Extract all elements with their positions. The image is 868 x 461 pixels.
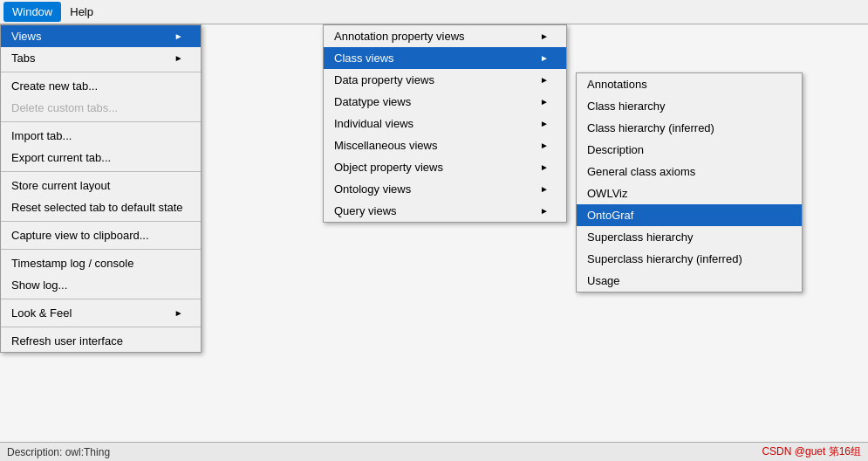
menu-item-description[interactable]: Description bbox=[577, 139, 802, 161]
separator bbox=[1, 299, 201, 299]
menu-item-export-tab[interactable]: Export current tab... bbox=[1, 147, 201, 169]
menu-item-superclass-hierarchy-inferred[interactable]: Superclass hierarchy (inferred) bbox=[577, 248, 802, 270]
menu-item-object-prop-views[interactable]: Object property views ► bbox=[324, 156, 566, 178]
menu-item-general-class-axioms[interactable]: General class axioms bbox=[577, 161, 802, 182]
menu-item-views[interactable]: Views ► bbox=[1, 25, 201, 47]
menu-item-data-prop-views[interactable]: Data property views ► bbox=[324, 69, 566, 91]
arrow-icon: ► bbox=[540, 119, 549, 128]
separator bbox=[1, 171, 201, 172]
menubar-window[interactable]: Window bbox=[3, 2, 61, 22]
menu-item-class-hierarchy[interactable]: Class hierarchy bbox=[577, 95, 802, 117]
separator bbox=[1, 72, 201, 72]
status-bar: Description: owl:Thing CSDN @guet 第16组 bbox=[0, 442, 868, 461]
arrow-icon: ► bbox=[540, 97, 549, 107]
status-left: Description: owl:Thing bbox=[7, 446, 110, 458]
menu-item-create-new-tab[interactable]: Create new tab... bbox=[1, 75, 201, 97]
menu-item-query-views[interactable]: Query views ► bbox=[324, 200, 566, 222]
arrow-icon: ► bbox=[174, 53, 183, 63]
menubar-help[interactable]: Help bbox=[61, 2, 102, 22]
menu-l1: Views ► Tabs ► Create new tab... Delete … bbox=[0, 24, 202, 353]
menu-item-superclass-hierarchy[interactable]: Superclass hierarchy bbox=[577, 226, 802, 248]
arrow-icon: ► bbox=[540, 206, 549, 216]
menu-item-store-layout[interactable]: Store current layout bbox=[1, 175, 201, 196]
menubar: Window Help bbox=[0, 0, 868, 24]
menu-item-show-log[interactable]: Show log... bbox=[1, 274, 201, 296]
menu-item-owlviz[interactable]: OWLViz bbox=[577, 182, 802, 204]
menu-item-timestamp-log[interactable]: Timestamp log / console bbox=[1, 252, 201, 274]
menu-item-tabs[interactable]: Tabs ► bbox=[1, 47, 201, 69]
menu-item-class-hierarchy-inferred[interactable]: Class hierarchy (inferred) bbox=[577, 117, 802, 139]
menu-item-delete-custom-tabs: Delete custom tabs... bbox=[1, 97, 201, 119]
separator bbox=[1, 327, 201, 327]
menu-item-ontology-views[interactable]: Ontology views ► bbox=[324, 178, 566, 200]
menu-item-look-feel[interactable]: Look & Feel ► bbox=[1, 302, 201, 324]
separator bbox=[1, 121, 201, 122]
arrow-icon: ► bbox=[540, 162, 549, 172]
arrow-icon: ► bbox=[540, 31, 549, 41]
menu-item-annotation-prop-views[interactable]: Annotation property views ► bbox=[324, 25, 566, 47]
menu-item-reset-tab[interactable]: Reset selected tab to default state bbox=[1, 196, 201, 218]
menu-l3: Annotations Class hierarchy Class hierar… bbox=[576, 72, 803, 292]
menu-item-annotations[interactable]: Annotations bbox=[577, 73, 802, 95]
content-area: Views ► Tabs ► Create new tab... Delete … bbox=[0, 24, 868, 461]
menu-item-misc-views[interactable]: Miscellaneous views ► bbox=[324, 134, 566, 156]
arrow-icon: ► bbox=[540, 53, 549, 63]
separator bbox=[1, 249, 201, 250]
menu-item-datatype-views[interactable]: Datatype views ► bbox=[324, 91, 566, 113]
separator bbox=[1, 221, 201, 222]
menu-l2: Annotation property views ► Class views … bbox=[323, 24, 567, 223]
menu-item-ontograf[interactable]: OntoGraf bbox=[577, 204, 802, 226]
arrow-icon: ► bbox=[540, 141, 549, 150]
menu-item-class-views[interactable]: Class views ► bbox=[324, 47, 566, 69]
menu-item-refresh-ui[interactable]: Refresh user interface bbox=[1, 330, 201, 352]
arrow-icon: ► bbox=[540, 75, 549, 85]
status-right: CSDN @guet 第16组 bbox=[762, 444, 861, 459]
menu-item-usage[interactable]: Usage bbox=[577, 270, 802, 292]
menu-item-import-tab[interactable]: Import tab... bbox=[1, 125, 201, 147]
arrow-icon: ► bbox=[540, 184, 549, 194]
arrow-icon: ► bbox=[174, 308, 183, 318]
arrow-icon: ► bbox=[174, 31, 183, 41]
menu-item-capture-view[interactable]: Capture view to clipboard... bbox=[1, 224, 201, 246]
menu-item-individual-views[interactable]: Individual views ► bbox=[324, 113, 566, 134]
